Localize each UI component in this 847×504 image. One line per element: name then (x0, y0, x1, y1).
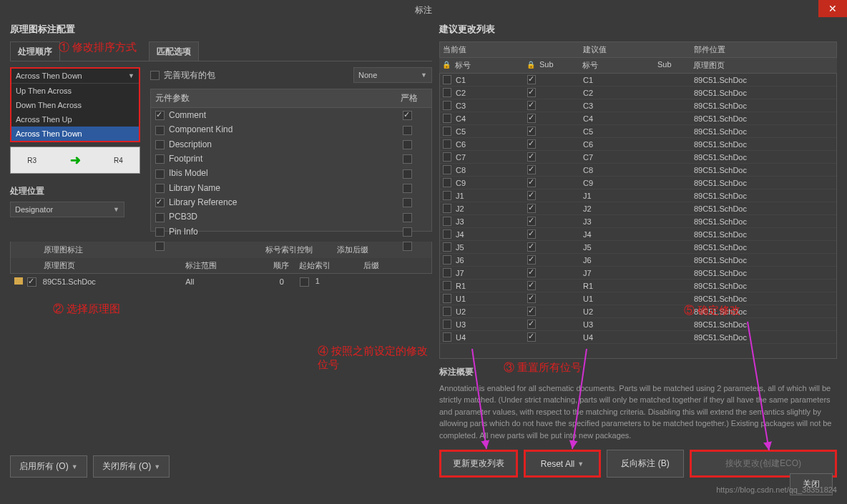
param-row[interactable]: Description (151, 137, 431, 152)
strict-checkbox[interactable] (403, 198, 412, 207)
row-lock-checkbox[interactable] (443, 307, 451, 316)
change-list-body[interactable]: C1C189C51.SchDocC2C289C51.SchDocC3C389C5… (439, 74, 837, 359)
param-checkbox[interactable] (155, 184, 165, 193)
row-lock-checkbox[interactable] (443, 165, 451, 174)
change-row[interactable]: J3J389C51.SchDoc (440, 215, 836, 228)
strict-checkbox[interactable] (403, 111, 412, 120)
row-sub-checkbox[interactable] (527, 178, 536, 187)
row-lock-checkbox[interactable] (443, 152, 451, 162)
change-row[interactable]: C8C889C51.SchDoc (440, 164, 836, 177)
change-row[interactable]: J7J789C51.SchDoc (440, 267, 836, 280)
change-row[interactable]: U2U289C51.SchDoc (440, 305, 836, 318)
strict-checkbox[interactable] (403, 154, 412, 164)
change-row[interactable]: C6C689C51.SchDoc (440, 138, 836, 151)
row-sub-checkbox[interactable] (527, 255, 536, 265)
change-row[interactable]: C1C189C51.SchDoc (440, 74, 836, 87)
param-checkbox[interactable] (155, 213, 165, 222)
row-sub-checkbox[interactable] (527, 165, 536, 174)
tab-match[interactable]: 匹配选项 (149, 41, 199, 61)
change-row[interactable]: C5C589C51.SchDoc (440, 125, 836, 138)
row-sub-checkbox[interactable] (527, 204, 536, 213)
start-index-checkbox[interactable] (300, 277, 309, 287)
strict-checkbox[interactable] (403, 169, 412, 179)
change-row[interactable]: R1R189C51.SchDoc (440, 280, 836, 292)
change-row[interactable]: C7C789C51.SchDoc (440, 151, 836, 164)
row-lock-checkbox[interactable] (443, 242, 451, 252)
disable-all-button[interactable]: 关闭所有 (O)▼ (93, 455, 170, 478)
row-lock-checkbox[interactable] (443, 75, 451, 84)
row-lock-checkbox[interactable] (443, 255, 451, 265)
row-sub-checkbox[interactable] (527, 294, 536, 303)
row-sub-checkbox[interactable] (527, 139, 536, 149)
tab-order[interactable]: 处理顺序 (10, 41, 60, 61)
row-sub-checkbox[interactable] (527, 217, 536, 226)
order-dropdown[interactable]: Across Then Down▼ Up Then Across Down Th… (10, 67, 140, 142)
param-checkbox[interactable] (155, 169, 165, 179)
param-checkbox[interactable] (155, 227, 165, 237)
close-button[interactable]: ✕ (818, 0, 847, 17)
order-option-0[interactable]: Up Then Across (11, 84, 139, 98)
row-lock-checkbox[interactable] (443, 88, 451, 97)
row-sub-checkbox[interactable] (527, 127, 536, 136)
param-checkbox[interactable] (155, 140, 165, 149)
row-lock-checkbox[interactable] (443, 320, 451, 329)
order-option-2[interactable]: Across Then Up (11, 112, 139, 127)
change-row[interactable]: C4C489C51.SchDoc (440, 112, 836, 125)
strict-checkbox[interactable] (403, 126, 412, 135)
row-lock-checkbox[interactable] (443, 281, 451, 290)
param-row[interactable]: Ibis Model (151, 166, 431, 180)
row-lock-checkbox[interactable] (443, 178, 451, 187)
change-row[interactable]: J1J189C51.SchDoc (440, 189, 836, 202)
row-lock-checkbox[interactable] (443, 204, 451, 213)
order-option-3[interactable]: Across Then Down (11, 127, 139, 141)
row-sub-checkbox[interactable] (527, 268, 536, 277)
change-row[interactable]: J5J589C51.SchDoc (440, 241, 836, 254)
change-row[interactable]: J2J289C51.SchDoc (440, 202, 836, 215)
row-sub-checkbox[interactable] (527, 281, 536, 290)
row-sub-checkbox[interactable] (527, 242, 536, 252)
param-checkbox[interactable] (155, 126, 165, 135)
schematic-checkbox[interactable] (27, 277, 36, 287)
param-checkbox[interactable] (155, 242, 165, 251)
change-row[interactable]: C9C989C51.SchDoc (440, 177, 836, 189)
param-row[interactable]: Library Reference (151, 195, 431, 209)
strict-checkbox[interactable] (403, 184, 412, 193)
row-sub-checkbox[interactable] (527, 307, 536, 316)
row-lock-checkbox[interactable] (443, 139, 451, 149)
row-lock-checkbox[interactable] (443, 114, 451, 123)
strict-checkbox[interactable] (403, 213, 412, 222)
change-row[interactable]: J4J489C51.SchDoc (440, 228, 836, 241)
param-row[interactable]: Library Name (151, 181, 431, 195)
strict-checkbox[interactable] (403, 227, 412, 237)
row-lock-checkbox[interactable] (443, 127, 451, 136)
change-row[interactable]: U4U489C51.SchDoc (440, 331, 836, 344)
change-row[interactable]: U1U189C51.SchDoc (440, 292, 836, 305)
strict-checkbox[interactable] (403, 242, 412, 251)
param-row[interactable]: Pin Info (151, 224, 431, 239)
row-lock-checkbox[interactable] (443, 294, 451, 303)
row-lock-checkbox[interactable] (443, 229, 451, 239)
param-row[interactable]: Footprint (151, 152, 431, 166)
row-sub-checkbox[interactable] (527, 101, 536, 110)
row-sub-checkbox[interactable] (527, 332, 536, 342)
enable-all-button[interactable]: 启用所有 (O)▼ (10, 455, 87, 478)
complete-packages-checkbox[interactable] (150, 71, 160, 80)
back-annotate-button[interactable]: 反向标注 (B) (607, 450, 684, 478)
change-row[interactable]: C2C289C51.SchDoc (440, 87, 836, 99)
position-select[interactable]: Designator▼ (10, 202, 124, 217)
row-lock-checkbox[interactable] (443, 268, 451, 277)
reset-all-button[interactable]: Reset All▼ (524, 450, 601, 478)
package-select[interactable]: None▼ (353, 67, 432, 83)
param-row[interactable]: Comment (151, 108, 431, 122)
change-row[interactable]: U3U389C51.SchDoc (440, 318, 836, 331)
row-sub-checkbox[interactable] (527, 152, 536, 162)
row-sub-checkbox[interactable] (527, 88, 536, 97)
update-changes-button[interactable]: 更新更改列表 (439, 450, 518, 478)
strict-checkbox[interactable] (403, 140, 412, 149)
row-sub-checkbox[interactable] (527, 229, 536, 239)
param-checkbox[interactable] (155, 111, 165, 120)
row-lock-checkbox[interactable] (443, 191, 451, 200)
change-row[interactable]: J6J689C51.SchDoc (440, 254, 836, 267)
row-sub-checkbox[interactable] (527, 191, 536, 200)
row-sub-checkbox[interactable] (527, 114, 536, 123)
